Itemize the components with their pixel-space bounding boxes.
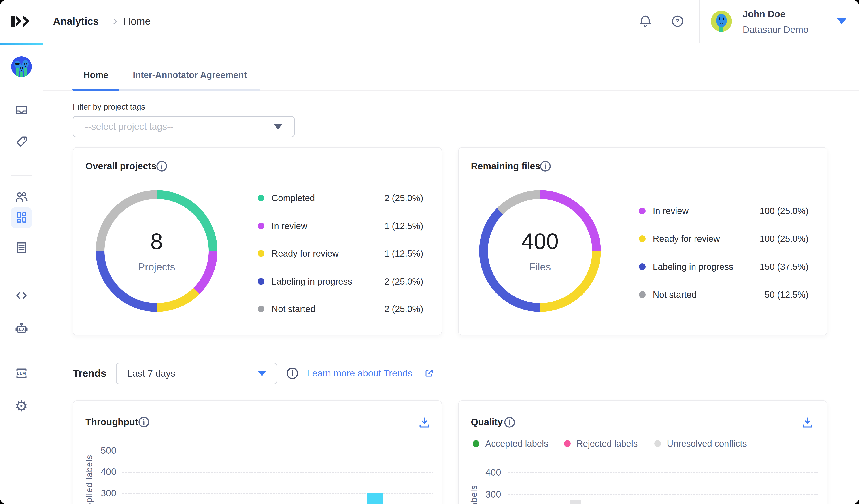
sidebar-divider: [11, 268, 32, 269]
question-circle-icon: ?: [670, 14, 685, 29]
trends-learn-more-link[interactable]: Learn more about Trends: [307, 369, 412, 378]
dashboard-grid-icon: [14, 211, 29, 225]
legend-value: 150 (37.5%): [730, 261, 809, 272]
download-icon[interactable]: [800, 416, 815, 430]
tab-active-indicator: [73, 89, 119, 91]
remaining-files-card: Remaining files 400 Files In review 100 …: [458, 147, 827, 335]
sidebar-item-analytics[interactable]: [11, 207, 32, 228]
quality-legend-item: Unresolved conflicts: [654, 438, 747, 449]
quality-bar[interactable]: [570, 500, 581, 504]
legend-value: 50 (12.5%): [730, 289, 809, 300]
sidebar-accent-bar: [0, 43, 43, 45]
throughput-card: Throughput 500 400 300 Applied labels: [73, 400, 442, 504]
legend-label: In review: [653, 206, 689, 216]
sidebar-item-ml-assisted[interactable]: [11, 318, 32, 339]
user-name: John Doe: [743, 10, 785, 19]
legend-value: 100 (25.0%): [730, 205, 809, 216]
info-icon[interactable]: [155, 159, 169, 173]
legend-label: Accepted labels: [485, 439, 548, 449]
breadcrumb-page[interactable]: Home: [123, 16, 151, 26]
legend-label: Completed: [272, 193, 315, 203]
legend-value: 1 (12.5%): [356, 220, 423, 231]
tab-home[interactable]: Home: [73, 66, 119, 84]
info-icon[interactable]: [137, 415, 151, 429]
notifications-button[interactable]: [638, 14, 653, 29]
filter-label: Filter by project tags: [73, 103, 145, 111]
workspace-avatar[interactable]: [11, 56, 32, 77]
legend-dot: [639, 208, 646, 214]
legend-label: Rejected labels: [576, 439, 638, 449]
legend-dot: [564, 440, 571, 447]
legend-label: Unresolved conflicts: [667, 439, 747, 449]
legend-value: 2 (25.0%): [356, 276, 423, 287]
legend-dot: [258, 306, 265, 312]
legend-item: Completed: [258, 193, 315, 203]
y-axis-label: Applied labels: [470, 485, 478, 504]
overall-projects-title: Overall projects: [86, 162, 156, 171]
breadcrumb-section[interactable]: Analytics: [53, 16, 99, 26]
select-caret-icon: [274, 124, 282, 129]
svg-text:LLM: LLM: [17, 371, 26, 376]
legend-label: In review: [272, 221, 307, 231]
sidebar-divider: [11, 351, 32, 351]
tab-inter-annotator-agreement[interactable]: Inter-Annotator Agreement: [119, 66, 260, 84]
sidebar-divider: [0, 88, 42, 88]
tag-icon: [14, 135, 29, 149]
code-icon: [14, 288, 29, 303]
legend-dot: [639, 291, 646, 298]
llm-icon: LLM: [14, 366, 29, 381]
svg-text:?: ?: [676, 18, 680, 25]
legend-dot: [654, 440, 661, 447]
legend-label: Not started: [272, 304, 315, 314]
legend-item: Labeling in progress: [639, 261, 733, 272]
sidebar-divider: [11, 175, 32, 176]
overall-projects-card: Overall projects 8 Projects Completed 2 …: [73, 147, 442, 335]
sidebar-item-projects[interactable]: [11, 99, 32, 121]
users-icon: [14, 190, 29, 204]
overall-projects-donut: 8 Projects: [96, 190, 217, 312]
legend-value: 2 (25.0%): [356, 304, 423, 314]
sidebar-item-settings[interactable]: ⚙: [11, 396, 32, 417]
gridline: [508, 494, 818, 495]
sidebar-item-guidelines[interactable]: [11, 237, 32, 258]
user-menu-caret-icon[interactable]: [837, 18, 846, 25]
legend-value: 100 (25.0%): [730, 233, 809, 244]
quality-card: Quality Accepted labels Rejected labels: [458, 400, 827, 504]
project-tags-select[interactable]: --select project tags--: [73, 116, 295, 137]
quality-legend-item: Rejected labels: [564, 438, 638, 449]
robot-icon: [14, 321, 29, 336]
trends-range-select[interactable]: Last 7 days: [116, 363, 277, 384]
legend-item: In review: [258, 220, 307, 231]
sidebar-item-team[interactable]: [11, 186, 32, 208]
info-icon[interactable]: [285, 366, 300, 381]
legend-item: Labeling in progress: [258, 276, 352, 287]
screen: Analytics Home ?: [0, 0, 859, 504]
bell-icon: [638, 14, 653, 29]
external-link-icon[interactable]: [423, 368, 434, 379]
top-header: Analytics Home ?: [0, 0, 859, 43]
legend-dot: [258, 250, 265, 257]
sidebar-item-api[interactable]: [11, 285, 32, 306]
download-icon[interactable]: [417, 416, 432, 430]
sidebar-item-tags[interactable]: [11, 131, 32, 152]
throughput-bar[interactable]: [367, 493, 383, 504]
header-divider: [699, 0, 699, 43]
app-logo[interactable]: [0, 0, 43, 43]
user-avatar[interactable]: [711, 11, 732, 32]
info-icon[interactable]: [539, 159, 552, 173]
y-axis-label: Applied labels: [85, 455, 93, 504]
donut-center: 8 Projects: [104, 199, 209, 303]
legend-item: Not started: [258, 304, 315, 314]
help-button[interactable]: ?: [670, 14, 685, 29]
info-icon[interactable]: [503, 415, 516, 429]
document-icon: [14, 241, 29, 255]
remaining-files-donut: 400 Files: [479, 190, 601, 312]
y-tick: 400: [472, 467, 501, 478]
user-org: Datasaur Demo: [743, 25, 809, 34]
remaining-files-count: 400: [522, 230, 559, 252]
sidebar-item-llm[interactable]: LLM: [11, 363, 32, 384]
legend-label: Labeling in progress: [272, 276, 352, 287]
donut-center: 400 Files: [488, 199, 592, 303]
select-caret-icon: [258, 371, 266, 376]
legend-item: Ready for review: [258, 248, 339, 259]
